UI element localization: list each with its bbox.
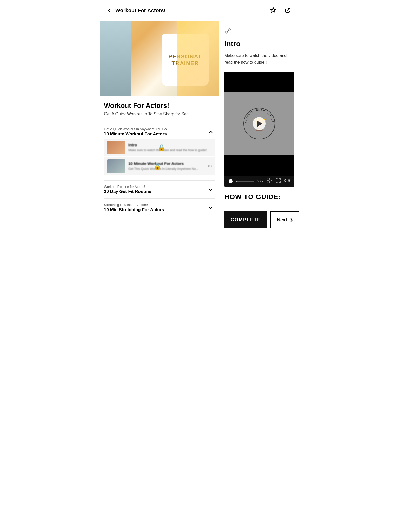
section-item-2: Stretching Routine for Actors! 10 Min St… [104, 198, 215, 217]
course-subtitle: Get A Quick Workout In To Stay Sharp for… [104, 112, 215, 116]
link-share-icon [284, 7, 291, 14]
section-header-2[interactable]: Stretching Routine for Actors! 10 Min St… [104, 203, 215, 212]
lesson-info-0: Intro Make sure to watch the video and r… [128, 143, 212, 152]
video-controls: 0:29 [224, 176, 294, 187]
left-panel: PERSONAL TRAINER Workout For Actors! Get… [100, 21, 219, 532]
fullscreen-icon[interactable] [275, 178, 281, 185]
section-header-1[interactable]: Workout Routine for Actors! 20 Day Get-F… [104, 185, 215, 194]
lesson-item-0[interactable]: Intro Make sure to watch the video and r… [104, 139, 215, 156]
time-display: 0:29 [257, 179, 263, 183]
section-item-0: Get A Quick Workout In Anywhere You Go 1… [104, 123, 215, 180]
lesson-name-0: Intro [128, 143, 212, 147]
video-player: ACTOR'S INNER CIRCLE 🏆 [224, 72, 294, 187]
main-layout: PERSONAL TRAINER Workout For Actors! Get… [100, 21, 299, 532]
back-chevron-icon [107, 8, 112, 13]
lesson-info-1: 10 Minute Workout For Actors Get This Qu… [128, 161, 201, 171]
back-button[interactable] [106, 7, 112, 14]
how-to-title: HOW TO GUIDE: [224, 193, 294, 201]
lesson-item-1[interactable]: 10 Minute Workout For Actors Get This Qu… [104, 157, 215, 175]
next-chevron-icon [289, 217, 294, 223]
complete-button[interactable]: COMPLETE [224, 211, 267, 228]
progress-indicator[interactable] [229, 179, 233, 183]
progress-bar-fill [236, 181, 237, 182]
volume-icon[interactable] [284, 178, 290, 185]
header-title: Workout For Actors! [115, 8, 165, 14]
favorite-button[interactable] [268, 5, 278, 16]
right-panel: Intro Make sure to watch the video and r… [219, 21, 299, 532]
video-control-icons [267, 178, 290, 185]
app-header: Workout For Actors! [100, 0, 299, 21]
star-icon [270, 7, 277, 14]
lesson-name-1: 10 Minute Workout For Actors [128, 161, 201, 166]
section-item-1: Workout Routine for Actors! 20 Day Get-F… [104, 180, 215, 198]
lesson-list-0: Intro Make sure to watch the video and r… [104, 139, 215, 175]
section-label-2: Stretching Routine for Actors! [104, 203, 164, 207]
section-text-0: Get A Quick Workout In Anywhere You Go 1… [104, 127, 167, 137]
intro-title: Intro [224, 40, 294, 48]
link-icon-top[interactable] [224, 27, 294, 36]
section-label-1: Workout Routine for Actors! [104, 185, 151, 189]
header-actions [268, 5, 293, 16]
share-button[interactable] [283, 5, 293, 16]
lesson-desc-0: Make sure to watch the video and read th… [128, 148, 212, 152]
progress-bar[interactable] [236, 181, 254, 182]
settings-icon[interactable] [267, 178, 272, 185]
section-label-0: Get A Quick Workout In Anywhere You Go [104, 127, 167, 131]
video-content: ACTOR'S INNER CIRCLE 🏆 [224, 92, 294, 155]
intro-desc: Make sure to watch the video and read th… [224, 52, 294, 65]
section-text-1: Workout Routine for Actors! 20 Day Get-F… [104, 185, 151, 194]
lock-icon-0: 🔒 [158, 144, 165, 151]
play-button[interactable] [253, 117, 266, 130]
section-header-0[interactable]: Get A Quick Workout In Anywhere You Go 1… [104, 127, 215, 137]
next-button[interactable]: Next [270, 211, 299, 228]
section-title-2: 10 Min Stretching For Actors [104, 207, 164, 212]
hero-image: PERSONAL TRAINER [100, 21, 219, 96]
bottom-buttons: COMPLETE Next [224, 211, 294, 228]
chevron-up-icon-0 [207, 128, 215, 136]
header-left: Workout For Actors! [106, 7, 165, 14]
section-title-0: 10 Minute Workout For Actors [104, 131, 167, 137]
lesson-desc-1: Get This Quick Workout In Literally Anyw… [128, 167, 201, 171]
lock-icon-1: 🔒 [154, 163, 161, 170]
play-triangle-icon [257, 121, 262, 127]
chevron-down-icon-1 [207, 185, 215, 194]
video-black-top [224, 72, 294, 92]
video-black-bottom [224, 155, 294, 176]
next-label: Next [277, 217, 287, 223]
svg-point-2 [269, 180, 270, 181]
lesson-duration-1: 30:00 [204, 164, 212, 168]
lesson-thumb-0 [107, 141, 125, 154]
section-title-1: 20 Day Get-Fit Routine [104, 189, 151, 194]
course-info: Workout For Actors! Get A Quick Workout … [100, 96, 219, 222]
link-icon [224, 27, 232, 35]
course-title: Workout For Actors! [104, 102, 215, 110]
chevron-down-icon-2 [207, 204, 215, 212]
section-text-2: Stretching Routine for Actors! 10 Min St… [104, 203, 164, 212]
lesson-thumb-1 [107, 159, 125, 173]
